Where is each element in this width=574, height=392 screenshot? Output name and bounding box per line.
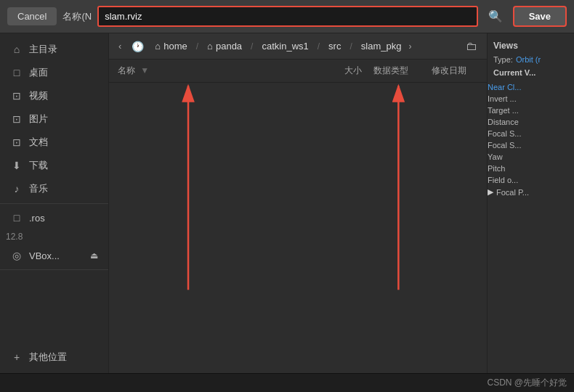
sidebar-item-vbox[interactable]: ◎ VBox... ⏏ <box>0 245 108 266</box>
sidebar-label-vbox: VBox... <box>29 250 60 261</box>
breadcrumb-home-label: home <box>163 41 187 52</box>
right-panel-row: Near Cl... <box>488 81 574 93</box>
breadcrumb-src-label: src <box>328 41 341 52</box>
sidebar-label-desktop: 桌面 <box>29 66 48 79</box>
name-label: 名称(N <box>62 10 92 23</box>
desktop-icon: □ <box>10 67 23 78</box>
sidebar-label-downloads: 下载 <box>29 159 48 172</box>
type-label: Type: <box>493 55 513 64</box>
breadcrumb-sep-3: / <box>316 41 321 52</box>
eject-button[interactable]: ⏏ <box>90 250 98 261</box>
side-number: 12.8 <box>0 229 108 245</box>
document-icon: ⊡ <box>10 136 23 148</box>
sidebar-label-videos: 视频 <box>29 89 48 102</box>
download-icon: ⬇ <box>10 160 23 171</box>
filename-input[interactable] <box>97 6 477 27</box>
top-bar: Cancel 名称(N 🔍 Save <box>0 0 574 33</box>
breadcrumb-more-button[interactable]: › <box>408 41 411 52</box>
right-panel-row: Distance <box>488 116 574 128</box>
breadcrumb-sep-1: / <box>195 41 200 52</box>
bottom-bar: CSDN @先睡个好觉 <box>0 373 574 392</box>
breadcrumb-slam-pkg[interactable]: slam_pkg <box>357 39 406 53</box>
current-v-label: Current V... <box>493 68 568 77</box>
right-panel-row: Pitch <box>488 163 574 174</box>
breadcrumb-src[interactable]: src <box>324 39 345 53</box>
picture-icon: ⊡ <box>10 113 23 125</box>
sidebar-item-music[interactable]: ♪ 音乐 <box>0 177 108 200</box>
file-panel: ‹ 🕐 ⌂ home / ⌂ panda / catkin_ws1 / src … <box>109 33 487 373</box>
sidebar-label-other: 其他位置 <box>29 351 67 364</box>
right-panel-rows: Near Cl...Invert ...Target ...DistanceFo… <box>488 81 574 198</box>
home-breadcrumb-icon: ⌂ <box>155 41 161 52</box>
breadcrumb-panda-label: panda <box>216 41 242 52</box>
music-icon: ♪ <box>10 183 23 195</box>
sidebar-item-documents[interactable]: ⊡ 文档 <box>0 131 108 154</box>
sidebar-item-pictures[interactable]: ⊡ 图片 <box>0 107 108 131</box>
right-panel-row: Focal S... <box>488 139 574 151</box>
video-icon: ⊡ <box>10 90 23 102</box>
right-panel-row: Invert ... <box>488 93 574 105</box>
breadcrumb-sep-2: / <box>249 41 254 52</box>
sidebar-label-music: 音乐 <box>29 182 48 195</box>
sidebar-item-videos[interactable]: ⊡ 视频 <box>0 84 108 107</box>
file-list <box>109 83 487 373</box>
column-headers: 名称 ▼ 大小 数据类型 修改日期 <box>109 60 487 83</box>
sidebar-item-other[interactable]: + 其他位置 <box>0 346 108 369</box>
sort-icon: ▼ <box>140 65 149 75</box>
col-header-name[interactable]: 名称 ▼ <box>118 65 318 77</box>
vbox-icon: ◎ <box>10 250 23 261</box>
col-header-type[interactable]: 数据类型 <box>362 65 420 77</box>
breadcrumb-home[interactable]: ⌂ home <box>150 39 191 53</box>
type-row: Type: Orbit (r <box>493 54 568 65</box>
folder-icon: □ <box>10 212 23 224</box>
type-value: Orbit (r <box>516 55 541 64</box>
breadcrumb-catkin[interactable]: catkin_ws1 <box>257 39 312 53</box>
add-icon: + <box>10 351 23 363</box>
sidebar-item-home[interactable]: ⌂ 主目录 <box>0 38 108 61</box>
watermark-text: CSDN @先睡个好觉 <box>487 377 567 389</box>
sidebar-label-ros: .ros <box>29 213 45 224</box>
sidebar-item-desktop[interactable]: □ 桌面 <box>0 61 108 84</box>
nav-back-button[interactable]: ‹ <box>115 39 125 53</box>
right-panel-row: Field o... <box>488 174 574 186</box>
sidebar-label-home: 主目录 <box>29 43 57 56</box>
right-panel-views-section: Views Type: Orbit (r Current V... <box>488 38 574 81</box>
views-title: Views <box>493 41 568 51</box>
breadcrumb-slam-label: slam_pkg <box>361 41 402 52</box>
breadcrumb-panda[interactable]: ⌂ panda <box>203 39 246 53</box>
sidebar-divider <box>0 203 108 204</box>
right-panel-row: Target ... <box>488 105 574 116</box>
arrow-overlay <box>109 83 487 308</box>
sidebar-label-pictures: 图片 <box>29 113 48 126</box>
cancel-button[interactable]: Cancel <box>7 7 57 25</box>
main-content: ⌂ 主目录 □ 桌面 ⊡ 视频 ⊡ 图片 ⊡ 文档 ⬇ 下载 ♪ 音乐 □ <box>0 33 574 373</box>
right-panel-row: ▶Focal P... <box>488 186 574 198</box>
recent-locations-button[interactable]: 🕐 <box>128 39 147 54</box>
sidebar: ⌂ 主目录 □ 桌面 ⊡ 视频 ⊡ 图片 ⊡ 文档 ⬇ 下载 ♪ 音乐 □ <box>0 33 109 373</box>
right-panel-row: Yaw <box>488 151 574 163</box>
right-panel-row: Focal S... <box>488 128 574 139</box>
sidebar-label-documents: 文档 <box>29 136 48 149</box>
home-icon: ⌂ <box>10 44 23 55</box>
sidebar-item-downloads[interactable]: ⬇ 下载 <box>0 154 108 177</box>
panda-icon: ⌂ <box>207 41 213 52</box>
search-button[interactable]: 🔍 <box>484 7 507 26</box>
breadcrumb-bar: ‹ 🕐 ⌂ home / ⌂ panda / catkin_ws1 / src … <box>109 33 487 60</box>
breadcrumb-catkin-label: catkin_ws1 <box>262 41 308 52</box>
sidebar-divider-2 <box>0 269 108 270</box>
new-folder-button[interactable]: 🗀 <box>462 38 481 54</box>
col-header-size[interactable]: 大小 <box>318 65 362 77</box>
save-button[interactable]: Save <box>513 6 567 27</box>
col-header-date[interactable]: 修改日期 <box>420 65 478 77</box>
right-panel: Views Type: Orbit (r Current V... Near C… <box>487 33 574 373</box>
sidebar-item-ros[interactable]: □ .ros <box>0 207 108 229</box>
breadcrumb-sep-4: / <box>348 41 353 52</box>
